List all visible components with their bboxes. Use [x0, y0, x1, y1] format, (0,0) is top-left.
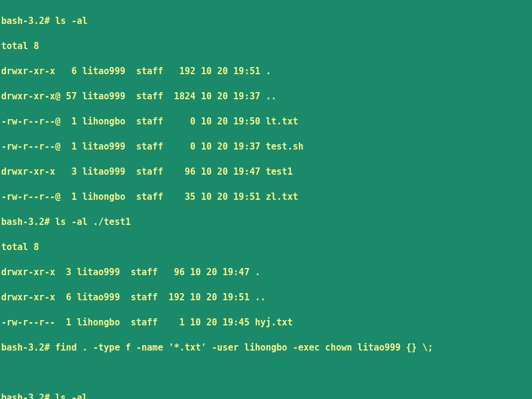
file-entry: -rw-r--r--@ 1 litao999 staff 0 10 20 19:…	[1, 141, 531, 153]
file-entry: drwxr-xr-x 6 litao999 staff 192 10 20 19…	[1, 291, 531, 304]
command-line: bash-3.2# ls -al ./test1	[1, 216, 531, 229]
file-entry: drwxr-xr-x@ 57 litao999 staff 1824 10 20…	[1, 90, 531, 103]
file-entry: -rw-r--r--@ 1 lihongbo staff 35 10 20 19…	[1, 191, 531, 203]
file-entry: -rw-r--r-- 1 lihongbo staff 1 10 20 19:4…	[1, 316, 531, 329]
blank-line	[1, 367, 531, 379]
output-total: total 8	[1, 40, 531, 53]
command-line: bash-3.2# ls -al	[1, 392, 531, 399]
command-line: bash-3.2# find . -type f -name '*.txt' -…	[1, 342, 531, 354]
terminal-output[interactable]: bash-3.2# ls -al total 8 drwxr-xr-x 6 li…	[1, 2, 531, 399]
file-entry: drwxr-xr-x 6 litao999 staff 192 10 20 19…	[1, 65, 531, 78]
output-total: total 8	[1, 241, 531, 254]
file-entry: -rw-r--r--@ 1 lihongbo staff 0 10 20 19:…	[1, 115, 531, 128]
file-entry: drwxr-xr-x 3 litao999 staff 96 10 20 19:…	[1, 166, 531, 178]
command-line: bash-3.2# ls -al	[1, 15, 531, 28]
file-entry: drwxr-xr-x 3 litao999 staff 96 10 20 19:…	[1, 266, 531, 279]
